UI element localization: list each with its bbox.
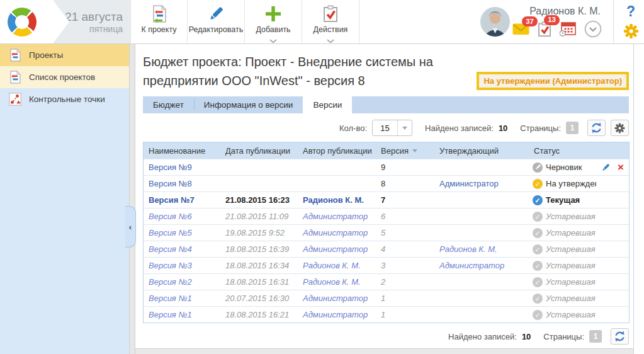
user-avatar[interactable] <box>480 7 510 37</box>
table-row[interactable]: Версия №519.08.2015 9:52Администратор5✓У… <box>144 224 629 241</box>
column-header-approver[interactable]: Утверждающий <box>434 146 529 156</box>
table-controls: Кол-во: 15 Найдено записей: 10 Страницы:… <box>143 120 629 136</box>
cell-version: 7 <box>376 195 434 205</box>
cell-name: Версия №5 <box>144 228 220 237</box>
approver-link[interactable]: Администратор <box>439 179 499 188</box>
status-label: Устаревшая <box>546 228 596 237</box>
tasks-icon[interactable]: 13 <box>538 21 551 37</box>
tab-versions[interactable]: Версии <box>303 96 352 113</box>
table-row[interactable]: Версия №218.08.2015 16:31Радионов К. М.2… <box>144 273 629 290</box>
refresh-button[interactable] <box>587 120 606 136</box>
edit-button[interactable]: Редактировать <box>188 0 245 43</box>
cell-version: 9 <box>376 163 434 172</box>
cell-date: 18.08.2015 16:34 <box>220 261 298 270</box>
table-row[interactable]: Версия №120.07.2015 16:30Администратор1✓… <box>144 290 629 306</box>
version-link[interactable]: Версия №9 <box>149 163 192 172</box>
help-settings-column: ? <box>619 0 644 44</box>
author-link[interactable]: Радионов К. М. <box>303 261 361 270</box>
pages-label: Страницы: <box>520 123 561 133</box>
sidebar-item-label: Проекты <box>29 50 63 60</box>
cell-name: Версия №8 <box>144 179 220 188</box>
cell-status: ✓Устаревшая <box>529 228 596 238</box>
cell-date: 18.08.2015 16:21 <box>220 310 298 319</box>
version-link[interactable]: Версия №6 <box>149 212 192 221</box>
table-row[interactable]: Версия №88Администратор✓На утверждении <box>144 175 629 191</box>
column-header-author[interactable]: Автор публикации <box>298 146 376 156</box>
version-link[interactable]: Версия №3 <box>149 261 192 270</box>
page-number-button[interactable]: 1 <box>566 122 579 134</box>
version-link[interactable]: Версия №8 <box>149 179 192 188</box>
author-link[interactable]: Радионов К. М. <box>303 195 364 205</box>
cell-actions: × <box>596 163 629 172</box>
status-label: На утверждении <box>546 179 596 188</box>
header-user-area: Радионов К. М. 37 13 <box>480 0 644 43</box>
cell-author: Администратор <box>298 244 376 254</box>
table-settings-button[interactable] <box>611 120 629 136</box>
column-header-name[interactable]: Наименование <box>144 146 220 156</box>
column-header-date[interactable]: Дата публикации <box>220 146 298 156</box>
mail-icon[interactable]: 37 <box>512 23 529 35</box>
status-annotation-badge: На утверждении (Администратор) <box>477 72 629 90</box>
splitter[interactable]: ‹ <box>129 44 135 354</box>
version-link[interactable]: Версия №7 <box>149 195 195 205</box>
user-name[interactable]: Радионов К. М. <box>529 6 601 17</box>
author-link[interactable]: Радионов К. М. <box>303 277 361 287</box>
tab-budget[interactable]: Бюджет <box>143 96 194 113</box>
actions-label: Действия <box>314 25 348 34</box>
column-header-status[interactable]: Статус <box>529 146 596 156</box>
to-project-button[interactable]: К проекту <box>130 0 188 43</box>
sidebar-item-project-list[interactable]: Список проектов <box>0 66 129 88</box>
edit-row-icon[interactable] <box>601 163 610 172</box>
page-size-select[interactable]: 15 <box>372 120 412 136</box>
version-link[interactable]: Версия №1 <box>149 294 192 303</box>
tab-bar: Бюджет Информация о версии Версии <box>143 96 629 113</box>
status-icon: ✓ <box>533 277 543 287</box>
calendar-icon[interactable] <box>560 21 576 37</box>
table-footer: Найдено записей: 10 Страницы: 1 <box>143 328 629 345</box>
approver-link[interactable]: Радионов К. М. <box>439 244 497 254</box>
sidebar-item-control-points[interactable]: Контрольные точки <box>0 88 129 110</box>
cell-author: Радионов К. М. <box>298 195 376 205</box>
approver-link[interactable]: Администратор <box>439 261 504 270</box>
sidebar-item-projects[interactable]: Проекты <box>0 44 129 66</box>
status-icon: ✓ <box>533 179 543 189</box>
author-link[interactable]: Администратор <box>303 228 368 237</box>
table-row[interactable]: Версия №118.08.2015 16:21Администратор1✓… <box>144 306 629 323</box>
version-link[interactable]: Версия №2 <box>149 277 192 287</box>
table-row[interactable]: Версия №99Черновик× <box>144 159 629 175</box>
cell-status: Черновик <box>529 163 596 173</box>
sidebar-item-label: Контрольные точки <box>29 94 105 104</box>
delete-row-icon[interactable]: × <box>618 163 624 172</box>
settings-gear-icon[interactable] <box>623 23 639 39</box>
author-link[interactable]: Администратор <box>303 294 368 303</box>
expand-menu-icon[interactable] <box>584 20 602 38</box>
version-link[interactable]: Версия №4 <box>149 244 192 254</box>
sidebar-collapse-handle[interactable]: ‹ <box>125 206 136 248</box>
pencil-icon <box>208 4 224 23</box>
tab-version-info[interactable]: Информация о версии <box>194 96 303 113</box>
table-row[interactable]: Версия №418.08.2015 16:39Администратор4Р… <box>144 241 629 257</box>
refresh-button[interactable] <box>611 328 629 345</box>
cell-approver: Администратор <box>434 179 529 188</box>
add-button[interactable]: Добавить <box>245 0 302 43</box>
author-link[interactable]: Администратор <box>303 212 368 221</box>
column-header-version[interactable]: Версия <box>376 146 434 156</box>
version-link[interactable]: Версия №5 <box>149 228 192 237</box>
table-row[interactable]: Версия №318.08.2015 16:34Радионов К. М.3… <box>144 257 629 273</box>
actions-button[interactable]: Действия <box>302 0 359 43</box>
logo-circle-arrows-icon <box>8 8 37 37</box>
page-number-button[interactable]: 1 <box>589 330 602 343</box>
help-button[interactable]: ? <box>626 4 635 19</box>
table-row[interactable]: Версия №721.08.2015 16:23Радионов К. М.7… <box>144 191 629 208</box>
table-row[interactable]: Версия №621.08.2015 11:09Администратор6✓… <box>144 208 629 224</box>
author-link[interactable]: Администратор <box>303 310 368 319</box>
version-link[interactable]: Версия №1 <box>149 310 192 319</box>
cell-date: 18.08.2015 16:31 <box>220 277 298 287</box>
pages-label: Страницы: <box>543 332 584 341</box>
cell-author: Радионов К. М. <box>298 277 376 287</box>
cell-status: ✓Устаревшая <box>529 277 596 287</box>
cell-author: Администратор <box>298 294 376 303</box>
author-link[interactable]: Администратор <box>303 244 368 254</box>
cell-status: ✓Устаревшая <box>529 212 596 222</box>
project-document-icon <box>9 71 21 84</box>
